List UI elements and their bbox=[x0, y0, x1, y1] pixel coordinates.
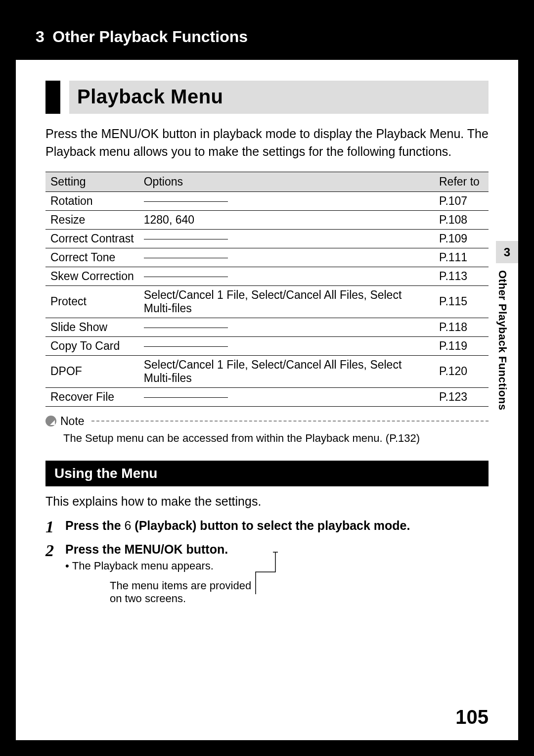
cell-setting: Resize bbox=[45, 210, 139, 229]
cell-setting: Slide Show bbox=[45, 318, 139, 336]
note-icon bbox=[45, 416, 56, 426]
callout-text: The menu items are provided on two scree… bbox=[110, 579, 258, 605]
cell-setting: Correct Tone bbox=[45, 248, 139, 267]
step-1-text-a: Press the bbox=[65, 519, 125, 532]
dash-line bbox=[144, 201, 228, 202]
cell-refer: P.111 bbox=[434, 248, 489, 267]
dash-line bbox=[144, 397, 228, 398]
step-2-sub: •The Playback menu appears. bbox=[65, 560, 228, 572]
chapter-header: 3 Other Playback Functions bbox=[16, 16, 518, 60]
cell-options bbox=[139, 191, 434, 210]
cell-refer: P.109 bbox=[434, 229, 489, 248]
cell-options bbox=[139, 229, 434, 248]
cell-options bbox=[139, 267, 434, 285]
cell-refer: P.108 bbox=[434, 210, 489, 229]
subheading: Using the Menu bbox=[45, 461, 489, 486]
page: 3 Other Playback Functions 3 Other Playb… bbox=[16, 16, 518, 740]
page-number: 105 bbox=[455, 706, 489, 728]
table-row: Resize1280, 640P.108 bbox=[45, 210, 489, 229]
cell-refer: P.118 bbox=[434, 318, 489, 336]
dash-line bbox=[144, 328, 228, 328]
section-title-row: Playback Menu bbox=[45, 81, 489, 114]
dash-line bbox=[144, 346, 228, 347]
th-options: Options bbox=[139, 172, 434, 191]
note-body: The Setup menu can be accessed from with… bbox=[63, 432, 489, 445]
callout-leader-line bbox=[238, 545, 298, 599]
note-ref: P.132) bbox=[389, 432, 420, 444]
dash-line bbox=[144, 258, 228, 258]
table-row: Correct ContrastP.109 bbox=[45, 229, 489, 248]
cell-options bbox=[139, 387, 434, 406]
cell-options bbox=[139, 336, 434, 355]
side-tab-label: Other Playback Functions bbox=[496, 263, 514, 410]
note-dash-line bbox=[91, 421, 489, 422]
cell-options bbox=[139, 318, 434, 336]
note-block: Note The Setup menu can be accessed from… bbox=[45, 415, 489, 445]
cell-setting: Protect bbox=[45, 285, 139, 318]
cell-setting: Skew Correction bbox=[45, 267, 139, 285]
callout: The menu items are provided on two scree… bbox=[110, 579, 489, 605]
cell-setting: Correct Contrast bbox=[45, 229, 139, 248]
th-refer: Refer to bbox=[434, 172, 489, 191]
cell-refer: P.119 bbox=[434, 336, 489, 355]
step-1: 1 Press the 6 (Playback) button to selec… bbox=[45, 519, 489, 535]
table-row: DPOFSelect/Cancel 1 File, Select/Cancel … bbox=[45, 355, 489, 387]
cell-options bbox=[139, 248, 434, 267]
side-tab: 3 Other Playback Functions bbox=[496, 241, 518, 410]
title-marker bbox=[45, 81, 60, 114]
cell-setting: Rotation bbox=[45, 191, 139, 210]
note-label: Note bbox=[60, 415, 85, 428]
playback-icon: 6 bbox=[125, 519, 132, 532]
cell-options: 1280, 640 bbox=[139, 210, 434, 229]
cell-refer: P.113 bbox=[434, 267, 489, 285]
cell-refer: P.123 bbox=[434, 387, 489, 406]
cell-refer: P.107 bbox=[434, 191, 489, 210]
dash-line bbox=[144, 239, 228, 239]
chapter-title: Other Playback Functions bbox=[52, 28, 248, 46]
step-number: 2 bbox=[45, 542, 65, 559]
th-setting: Setting bbox=[45, 172, 139, 191]
dash-line bbox=[144, 277, 228, 277]
cell-setting: DPOF bbox=[45, 355, 139, 387]
table-row: ProtectSelect/Cancel 1 File, Select/Canc… bbox=[45, 285, 489, 318]
table-row: RotationP.107 bbox=[45, 191, 489, 210]
cell-options: Select/Cancel 1 File, Select/Cancel All … bbox=[139, 355, 434, 387]
device-frame: 3 Other Playback Functions 3 Other Playb… bbox=[0, 0, 534, 756]
table-row: Skew CorrectionP.113 bbox=[45, 267, 489, 285]
step-number: 1 bbox=[45, 519, 65, 535]
cell-refer: P.115 bbox=[434, 285, 489, 318]
table-row: Copy To CardP.119 bbox=[45, 336, 489, 355]
step-2-sub-text: The Playback menu appears. bbox=[72, 560, 214, 572]
table-row: Slide ShowP.118 bbox=[45, 318, 489, 336]
content-area: Playback Menu Press the MENU/OK button i… bbox=[16, 60, 518, 605]
section-title: Playback Menu bbox=[77, 86, 481, 108]
table-row: Correct ToneP.111 bbox=[45, 248, 489, 267]
step-2-text: Press the MENU/OK button. bbox=[65, 542, 228, 557]
side-tab-number: 3 bbox=[496, 241, 518, 263]
title-box: Playback Menu bbox=[69, 81, 489, 114]
cell-setting: Copy To Card bbox=[45, 336, 139, 355]
cell-options: Select/Cancel 1 File, Select/Cancel All … bbox=[139, 285, 434, 318]
cell-setting: Recover File bbox=[45, 387, 139, 406]
chapter-number: 3 bbox=[36, 28, 44, 46]
explain-paragraph: This explains how to make the settings. bbox=[45, 494, 489, 509]
cell-refer: P.120 bbox=[434, 355, 489, 387]
settings-table: Setting Options Refer to RotationP.107Re… bbox=[45, 172, 489, 407]
intro-paragraph: Press the MENU/OK button in playback mod… bbox=[45, 125, 489, 161]
table-row: Recover FileP.123 bbox=[45, 387, 489, 406]
step-1-text-b: (Playback) button to select the playback… bbox=[131, 519, 410, 532]
note-text: The Setup menu can be accessed from with… bbox=[63, 432, 389, 444]
